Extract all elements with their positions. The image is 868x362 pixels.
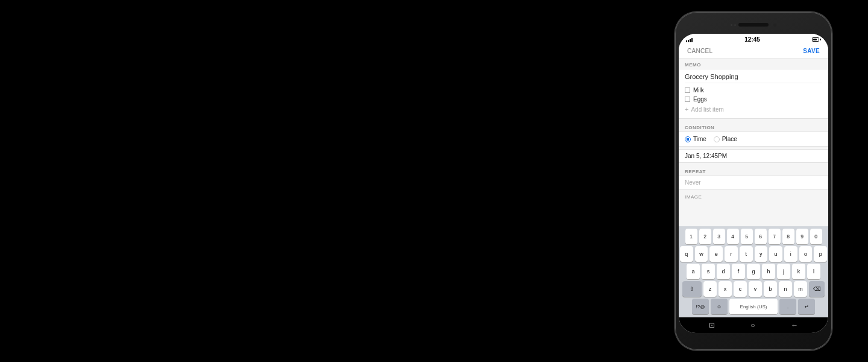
radio-place[interactable]: Place (714, 136, 737, 142)
save-button[interactable]: SAVE (803, 48, 820, 54)
key-j[interactable]: j (777, 264, 790, 279)
nav-recent-button[interactable]: ⊡ (709, 321, 715, 329)
key-e[interactable]: e (709, 246, 723, 262)
key-l[interactable]: l (807, 264, 820, 279)
status-bar: 12:45 (679, 34, 828, 44)
memo-box: Grocery Shopping Milk Eggs + Add list it… (679, 69, 828, 119)
list-item: Milk (685, 86, 822, 95)
sym-key[interactable]: !?@ (692, 299, 709, 314)
radio-place-circle (714, 136, 720, 142)
key-v[interactable]: v (749, 281, 762, 297)
plus-icon: + (685, 106, 688, 113)
nav-back-button[interactable]: ← (791, 321, 798, 329)
memo-label: MEMO (679, 59, 828, 69)
key-x[interactable]: x (719, 281, 732, 297)
key-f[interactable]: f (732, 264, 745, 279)
key-2[interactable]: 2 (699, 229, 711, 244)
key-7[interactable]: 7 (769, 229, 781, 244)
checkbox-milk[interactable] (685, 87, 690, 93)
key-d[interactable]: d (717, 264, 730, 279)
emoji-key[interactable]: ☺ (711, 299, 728, 314)
key-r[interactable]: r (725, 246, 738, 262)
date-value: Jan 5, 12:45PM (685, 153, 727, 159)
key-4[interactable]: 4 (727, 229, 739, 244)
condition-radio-row: Time Place (685, 136, 822, 142)
return-key[interactable]: ↵ (798, 299, 815, 314)
battery-icon (812, 37, 821, 42)
shift-key[interactable]: ⇧ (682, 281, 702, 297)
key-m[interactable]: m (794, 281, 807, 297)
period-key[interactable]: . (779, 299, 796, 314)
sensors (731, 24, 736, 26)
add-item-label: Add list item (691, 106, 723, 113)
key-6[interactable]: 6 (755, 229, 767, 244)
key-0[interactable]: 0 (810, 229, 822, 244)
content-area: MEMO Grocery Shopping Milk Eggs + Add li… (679, 59, 828, 226)
key-o[interactable]: o (799, 246, 813, 262)
image-label: IMAGE (679, 192, 828, 201)
status-time: 12:45 (744, 36, 760, 43)
key-u[interactable]: u (769, 246, 782, 262)
list-item: Eggs (685, 95, 822, 104)
key-8[interactable]: 8 (782, 229, 794, 244)
key-y[interactable]: y (755, 246, 768, 262)
key-w[interactable]: w (695, 246, 708, 262)
keyboard-row-qwerty: q w e r t y u i o p (680, 246, 827, 262)
repeat-label: REPEAT (679, 165, 828, 176)
item-eggs-text: Eggs (693, 96, 707, 103)
key-n[interactable]: n (779, 281, 792, 297)
radio-place-label: Place (722, 136, 737, 142)
signal-icon (686, 37, 693, 42)
add-item-row[interactable]: + Add list item (685, 104, 822, 115)
key-s[interactable]: s (702, 264, 715, 279)
cancel-button[interactable]: CANCEL (687, 48, 712, 54)
camera-dot (773, 24, 776, 27)
radio-time-circle (685, 136, 691, 142)
nav-bar: ⊡ ○ ← (679, 317, 828, 333)
key-z[interactable]: z (703, 281, 717, 297)
space-key[interactable]: English (US) (729, 299, 778, 314)
status-icons (812, 37, 821, 42)
radio-time-label: Time (693, 136, 706, 142)
item-milk-text: Milk (693, 87, 704, 94)
key-5[interactable]: 5 (741, 229, 753, 244)
repeat-value: Never (685, 179, 701, 186)
key-t[interactable]: t (740, 246, 753, 262)
phone-device: 12:45 CANCEL SAVE MEMO Grocery Shopping … (675, 12, 832, 350)
keyboard-row-asdf: a s d f g h j k l (680, 264, 827, 279)
keyboard-row-bottom: !?@ ☺ English (US) . ↵ (680, 299, 827, 314)
key-1[interactable]: 1 (685, 229, 697, 244)
condition-label: CONDITION (679, 121, 828, 132)
checkbox-eggs[interactable] (685, 97, 690, 102)
phone-screen: 12:45 CANCEL SAVE MEMO Grocery Shopping … (679, 34, 828, 333)
key-c[interactable]: c (734, 281, 747, 297)
keyboard: 1 2 3 4 5 6 7 8 9 0 q w e r t y u i (679, 226, 828, 317)
key-a[interactable]: a (687, 264, 700, 279)
key-g[interactable]: g (747, 264, 760, 279)
backspace-key[interactable]: ⌫ (809, 281, 825, 297)
key-i[interactable]: i (784, 246, 797, 262)
radio-time[interactable]: Time (685, 136, 706, 142)
condition-box: Time Place (679, 132, 828, 147)
memo-title[interactable]: Grocery Shopping (685, 73, 822, 83)
keyboard-row-zxcv: ⇧ z x c v b n m ⌫ (680, 281, 827, 297)
app-header: CANCEL SAVE (679, 44, 828, 59)
nav-home-button[interactable]: ○ (750, 321, 755, 329)
key-p[interactable]: p (814, 246, 827, 262)
phone-notch (738, 23, 769, 27)
keyboard-row-numbers: 1 2 3 4 5 6 7 8 9 0 (680, 229, 827, 244)
repeat-box[interactable]: Never (679, 176, 828, 189)
date-box[interactable]: Jan 5, 12:45PM (679, 149, 828, 163)
key-k[interactable]: k (792, 264, 805, 279)
key-9[interactable]: 9 (796, 229, 808, 244)
key-b[interactable]: b (764, 281, 777, 297)
key-3[interactable]: 3 (713, 229, 725, 244)
key-q[interactable]: q (680, 246, 693, 262)
key-h[interactable]: h (762, 264, 775, 279)
